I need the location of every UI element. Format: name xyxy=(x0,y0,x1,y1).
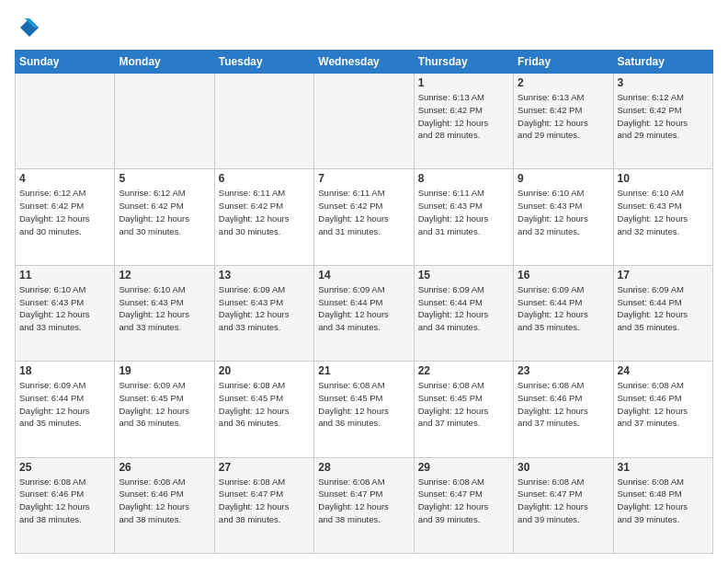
calendar-header-tuesday: Tuesday xyxy=(214,51,313,74)
day-info: Sunrise: 6:10 AM Sunset: 6:43 PM Dayligh… xyxy=(19,283,110,334)
day-info: Sunrise: 6:08 AM Sunset: 6:45 PM Dayligh… xyxy=(418,379,509,430)
day-number: 1 xyxy=(418,76,509,89)
day-number: 13 xyxy=(219,269,310,282)
calendar-header-row: SundayMondayTuesdayWednesdayThursdayFrid… xyxy=(16,51,713,74)
calendar-week-1: 1Sunrise: 6:13 AM Sunset: 6:42 PM Daylig… xyxy=(16,74,713,169)
day-info: Sunrise: 6:10 AM Sunset: 6:43 PM Dayligh… xyxy=(618,187,709,237)
calendar-cell: 12Sunrise: 6:10 AM Sunset: 6:43 PM Dayli… xyxy=(115,265,214,361)
calendar-week-5: 25Sunrise: 6:08 AM Sunset: 6:46 PM Dayli… xyxy=(16,457,713,553)
day-number: 22 xyxy=(418,364,509,377)
day-info: Sunrise: 6:08 AM Sunset: 6:47 PM Dayligh… xyxy=(518,476,609,526)
calendar-cell: 30Sunrise: 6:08 AM Sunset: 6:47 PM Dayli… xyxy=(514,457,613,553)
day-number: 29 xyxy=(418,461,509,474)
calendar-header-saturday: Saturday xyxy=(613,51,712,74)
day-number: 31 xyxy=(618,461,709,474)
day-number: 30 xyxy=(518,461,609,474)
day-number: 28 xyxy=(318,461,409,474)
day-number: 12 xyxy=(119,269,210,282)
logo xyxy=(15,15,44,40)
calendar-cell: 25Sunrise: 6:08 AM Sunset: 6:46 PM Dayli… xyxy=(16,457,115,553)
day-info: Sunrise: 6:09 AM Sunset: 6:44 PM Dayligh… xyxy=(618,283,709,334)
day-info: Sunrise: 6:12 AM Sunset: 6:42 PM Dayligh… xyxy=(19,187,110,237)
day-number: 16 xyxy=(518,269,609,282)
day-number: 27 xyxy=(219,461,310,474)
day-info: Sunrise: 6:09 AM Sunset: 6:44 PM Dayligh… xyxy=(19,379,110,430)
calendar-cell xyxy=(314,74,414,169)
calendar-cell: 28Sunrise: 6:08 AM Sunset: 6:47 PM Dayli… xyxy=(314,457,414,553)
day-number: 2 xyxy=(518,76,609,89)
calendar-cell: 1Sunrise: 6:13 AM Sunset: 6:42 PM Daylig… xyxy=(414,74,513,169)
day-number: 6 xyxy=(219,172,310,185)
calendar-cell: 10Sunrise: 6:10 AM Sunset: 6:43 PM Dayli… xyxy=(613,169,712,265)
day-info: Sunrise: 6:10 AM Sunset: 6:43 PM Dayligh… xyxy=(119,283,210,334)
day-number: 5 xyxy=(119,172,210,185)
calendar-table: SundayMondayTuesdayWednesdayThursdayFrid… xyxy=(15,50,713,554)
calendar-week-3: 11Sunrise: 6:10 AM Sunset: 6:43 PM Dayli… xyxy=(16,265,713,361)
day-info: Sunrise: 6:08 AM Sunset: 6:47 PM Dayligh… xyxy=(219,476,310,526)
day-number: 17 xyxy=(618,269,709,282)
day-info: Sunrise: 6:08 AM Sunset: 6:46 PM Dayligh… xyxy=(618,379,709,430)
calendar-cell: 26Sunrise: 6:08 AM Sunset: 6:46 PM Dayli… xyxy=(115,457,214,553)
calendar-header-sunday: Sunday xyxy=(16,51,115,74)
calendar-cell: 24Sunrise: 6:08 AM Sunset: 6:46 PM Dayli… xyxy=(613,362,712,457)
calendar-header-friday: Friday xyxy=(514,51,613,74)
calendar-cell: 4Sunrise: 6:12 AM Sunset: 6:42 PM Daylig… xyxy=(16,169,115,265)
calendar-cell: 5Sunrise: 6:12 AM Sunset: 6:42 PM Daylig… xyxy=(115,169,214,265)
day-info: Sunrise: 6:09 AM Sunset: 6:45 PM Dayligh… xyxy=(119,379,210,430)
day-info: Sunrise: 6:08 AM Sunset: 6:46 PM Dayligh… xyxy=(518,379,609,430)
day-info: Sunrise: 6:11 AM Sunset: 6:43 PM Dayligh… xyxy=(418,187,509,237)
day-number: 23 xyxy=(518,364,609,377)
day-info: Sunrise: 6:13 AM Sunset: 6:42 PM Dayligh… xyxy=(418,91,509,142)
calendar-cell xyxy=(214,74,313,169)
day-info: Sunrise: 6:09 AM Sunset: 6:43 PM Dayligh… xyxy=(219,283,310,334)
day-number: 15 xyxy=(418,269,509,282)
day-info: Sunrise: 6:11 AM Sunset: 6:42 PM Dayligh… xyxy=(318,187,409,237)
calendar-cell: 2Sunrise: 6:13 AM Sunset: 6:42 PM Daylig… xyxy=(514,74,613,169)
day-number: 20 xyxy=(219,364,310,377)
day-info: Sunrise: 6:13 AM Sunset: 6:42 PM Dayligh… xyxy=(518,91,609,142)
day-info: Sunrise: 6:08 AM Sunset: 6:45 PM Dayligh… xyxy=(318,379,409,430)
day-number: 18 xyxy=(19,364,110,377)
day-info: Sunrise: 6:09 AM Sunset: 6:44 PM Dayligh… xyxy=(418,283,509,334)
calendar-cell: 23Sunrise: 6:08 AM Sunset: 6:46 PM Dayli… xyxy=(514,362,613,457)
day-info: Sunrise: 6:08 AM Sunset: 6:48 PM Dayligh… xyxy=(618,476,709,526)
calendar-cell: 11Sunrise: 6:10 AM Sunset: 6:43 PM Dayli… xyxy=(16,265,115,361)
day-number: 3 xyxy=(618,76,709,89)
day-info: Sunrise: 6:09 AM Sunset: 6:44 PM Dayligh… xyxy=(518,283,609,334)
day-number: 19 xyxy=(119,364,210,377)
calendar-cell: 22Sunrise: 6:08 AM Sunset: 6:45 PM Dayli… xyxy=(414,362,513,457)
calendar-cell: 15Sunrise: 6:09 AM Sunset: 6:44 PM Dayli… xyxy=(414,265,513,361)
day-number: 24 xyxy=(618,364,709,377)
calendar-cell: 19Sunrise: 6:09 AM Sunset: 6:45 PM Dayli… xyxy=(115,362,214,457)
calendar-cell: 14Sunrise: 6:09 AM Sunset: 6:44 PM Dayli… xyxy=(314,265,414,361)
calendar-cell: 6Sunrise: 6:11 AM Sunset: 6:42 PM Daylig… xyxy=(214,169,313,265)
day-number: 10 xyxy=(618,172,709,185)
logo-icon xyxy=(15,15,40,40)
header xyxy=(15,15,713,40)
day-info: Sunrise: 6:09 AM Sunset: 6:44 PM Dayligh… xyxy=(318,283,409,334)
calendar-cell: 29Sunrise: 6:08 AM Sunset: 6:47 PM Dayli… xyxy=(414,457,513,553)
day-number: 21 xyxy=(318,364,409,377)
calendar-cell: 18Sunrise: 6:09 AM Sunset: 6:44 PM Dayli… xyxy=(16,362,115,457)
day-info: Sunrise: 6:08 AM Sunset: 6:46 PM Dayligh… xyxy=(19,476,110,526)
calendar-cell xyxy=(115,74,214,169)
calendar-cell: 17Sunrise: 6:09 AM Sunset: 6:44 PM Dayli… xyxy=(613,265,712,361)
day-info: Sunrise: 6:08 AM Sunset: 6:46 PM Dayligh… xyxy=(119,476,210,526)
calendar-cell: 8Sunrise: 6:11 AM Sunset: 6:43 PM Daylig… xyxy=(414,169,513,265)
calendar-week-4: 18Sunrise: 6:09 AM Sunset: 6:44 PM Dayli… xyxy=(16,362,713,457)
calendar-week-2: 4Sunrise: 6:12 AM Sunset: 6:42 PM Daylig… xyxy=(16,169,713,265)
day-number: 11 xyxy=(19,269,110,282)
day-info: Sunrise: 6:08 AM Sunset: 6:47 PM Dayligh… xyxy=(318,476,409,526)
day-number: 8 xyxy=(418,172,509,185)
day-number: 26 xyxy=(119,461,210,474)
calendar-cell: 20Sunrise: 6:08 AM Sunset: 6:45 PM Dayli… xyxy=(214,362,313,457)
calendar-cell: 16Sunrise: 6:09 AM Sunset: 6:44 PM Dayli… xyxy=(514,265,613,361)
calendar-header-wednesday: Wednesday xyxy=(314,51,414,74)
day-number: 14 xyxy=(318,269,409,282)
calendar-cell: 21Sunrise: 6:08 AM Sunset: 6:45 PM Dayli… xyxy=(314,362,414,457)
calendar-cell: 7Sunrise: 6:11 AM Sunset: 6:42 PM Daylig… xyxy=(314,169,414,265)
day-info: Sunrise: 6:11 AM Sunset: 6:42 PM Dayligh… xyxy=(219,187,310,237)
day-number: 9 xyxy=(518,172,609,185)
day-number: 25 xyxy=(19,461,110,474)
calendar-cell xyxy=(16,74,115,169)
